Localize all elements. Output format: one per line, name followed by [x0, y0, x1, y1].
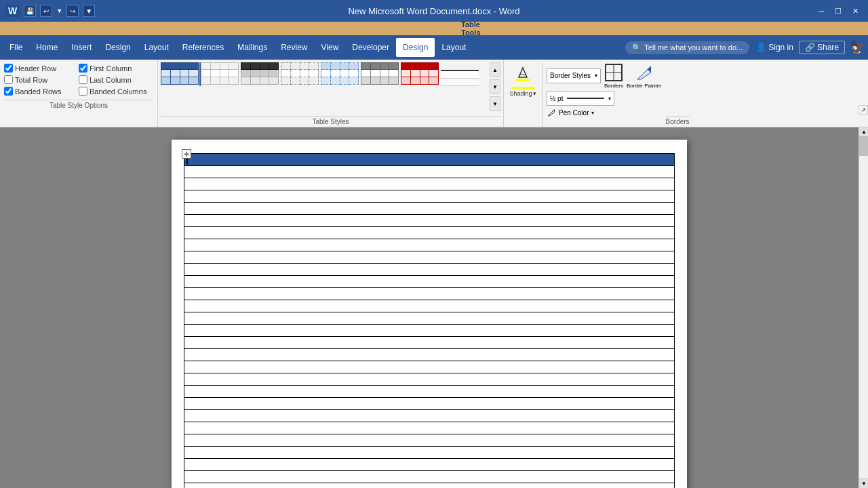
table-style-4[interactable]: [281, 62, 319, 86]
banded-columns-checkbox[interactable]: [79, 87, 87, 96]
table-cell[interactable]: [184, 264, 675, 276]
table-cell[interactable]: [184, 447, 675, 459]
table-cell[interactable]: [184, 288, 675, 300]
table-cell[interactable]: [184, 178, 675, 190]
minimize-button[interactable]: ─: [814, 5, 828, 16]
vertical-scrollbar[interactable]: ▲ ▼: [859, 127, 868, 488]
table-style-5[interactable]: [321, 62, 359, 86]
table-style-7[interactable]: [401, 62, 439, 86]
menu-mailings[interactable]: Mailings: [231, 38, 274, 57]
header-row-checkbox[interactable]: [4, 64, 13, 73]
table-cell[interactable]: [184, 386, 675, 398]
table-cell[interactable]: [184, 373, 675, 386]
scroll-thumb[interactable]: [859, 137, 868, 156]
shading-dropdown[interactable]: Shading ▾: [509, 90, 536, 97]
table-cell[interactable]: [184, 300, 675, 312]
table-cell[interactable]: [184, 410, 675, 422]
table-style-6[interactable]: [361, 62, 399, 86]
border-painter-button[interactable]: Border Painter: [627, 62, 662, 89]
banded-columns-option[interactable]: Banded Columns: [79, 85, 153, 97]
table-cell[interactable]: [184, 203, 675, 215]
header-row-option[interactable]: Header Row: [4, 62, 79, 74]
menu-design-main[interactable]: Design: [98, 38, 137, 57]
menu-view[interactable]: View: [315, 38, 346, 57]
table-style-3[interactable]: [241, 62, 279, 86]
menu-review[interactable]: Review: [274, 38, 314, 57]
restore-button[interactable]: ☐: [831, 5, 846, 17]
last-column-option[interactable]: Last Column: [79, 74, 153, 85]
borders-expand-button[interactable]: ↗: [859, 105, 868, 115]
table-cell[interactable]: [184, 190, 675, 203]
table-cell[interactable]: [184, 398, 675, 410]
shading-button[interactable]: Shading ▾: [508, 62, 538, 127]
table-cell[interactable]: [184, 312, 675, 325]
menu-developer[interactable]: Developer: [345, 38, 396, 57]
table-row: [184, 447, 675, 459]
table-style-1[interactable]: [161, 62, 199, 86]
customize-qat-icon[interactable]: ▼: [83, 5, 95, 17]
borders-button[interactable]: Borders: [604, 62, 624, 89]
scroll-down-arrow[interactable]: ▼: [859, 479, 868, 488]
table-cell[interactable]: [184, 459, 675, 471]
pen-color-dropdown-icon[interactable]: ▾: [591, 110, 594, 116]
scroll-up-arrow[interactable]: ▲: [859, 127, 868, 137]
gallery-down-arrow[interactable]: ▼: [490, 79, 500, 94]
table-cell[interactable]: [184, 251, 675, 264]
table-cell[interactable]: [184, 422, 675, 434]
table-cell[interactable]: [184, 325, 675, 337]
first-column-option[interactable]: First Column: [79, 62, 153, 74]
table-cell[interactable]: [184, 471, 675, 483]
style-options-grid: Header Row First Column Total Row Last C…: [4, 62, 153, 97]
border-painter-icon: [634, 62, 654, 83]
table-cell[interactable]: [184, 337, 675, 349]
gallery-up-arrow[interactable]: ▲: [490, 62, 500, 77]
undo-dropdown-icon[interactable]: ▼: [56, 7, 62, 14]
title-bar-left: W 💾 ↩ ▼ ↪ ▼: [5, 5, 95, 17]
table-cell[interactable]: [184, 166, 675, 178]
gallery-more-arrow[interactable]: ▼: [490, 96, 500, 111]
menu-layout-main[interactable]: Layout: [138, 38, 176, 57]
table-move-handle[interactable]: ✛: [182, 149, 191, 159]
table-cell[interactable]: [184, 239, 675, 251]
menu-file[interactable]: File: [3, 38, 29, 57]
shading-dropdown-icon: ▾: [533, 90, 536, 97]
total-row-checkbox[interactable]: [4, 75, 13, 84]
border-styles-dropdown[interactable]: Border Styles ▾: [547, 68, 601, 83]
menu-references[interactable]: References: [176, 38, 231, 57]
border-styles-label: Border Styles: [550, 72, 591, 79]
gallery-scroll: ▲ ▼ ▼: [490, 62, 500, 111]
table-cell[interactable]: [184, 361, 675, 373]
document-scroll-area[interactable]: ✛: [0, 127, 859, 488]
total-row-option[interactable]: Total Row: [4, 74, 79, 85]
table-cell[interactable]: [184, 276, 675, 288]
table-cell[interactable]: [184, 434, 675, 447]
table-row: [184, 337, 675, 349]
table-row: [184, 483, 675, 489]
table-row: [184, 300, 675, 312]
tell-me-text: Tell me what you want to do...: [644, 43, 743, 52]
sign-in-button[interactable]: 👤 Sign in: [756, 43, 793, 52]
banded-rows-checkbox[interactable]: [4, 87, 13, 96]
menu-insert[interactable]: Insert: [64, 38, 98, 57]
tell-me-box[interactable]: 🔍 Tell me what you want to do...: [625, 41, 749, 54]
menu-design-table[interactable]: Design: [396, 38, 435, 57]
close-button[interactable]: ✕: [848, 5, 863, 17]
table-cell[interactable]: [184, 154, 675, 166]
menu-home[interactable]: Home: [29, 38, 64, 57]
table-cell[interactable]: [184, 227, 675, 239]
save-icon[interactable]: 💾: [24, 5, 36, 17]
pen-color-row: Pen Color ▾: [547, 108, 662, 117]
first-column-checkbox[interactable]: [79, 64, 87, 73]
menu-layout-table[interactable]: Layout: [435, 38, 473, 57]
table-style-8[interactable]: [441, 64, 479, 86]
share-button[interactable]: 🔗 Share: [799, 41, 845, 54]
pen-width-dropdown[interactable]: ½ pt ▾: [547, 91, 614, 106]
table-style-2[interactable]: [201, 62, 239, 86]
table-cell[interactable]: [184, 349, 675, 361]
table-cell[interactable]: [184, 483, 675, 489]
redo-icon[interactable]: ↪: [66, 5, 79, 17]
table-cell[interactable]: [184, 215, 675, 227]
banded-rows-option[interactable]: Banded Rows: [4, 85, 79, 97]
undo-icon[interactable]: ↩: [40, 5, 52, 17]
last-column-checkbox[interactable]: [79, 75, 87, 84]
